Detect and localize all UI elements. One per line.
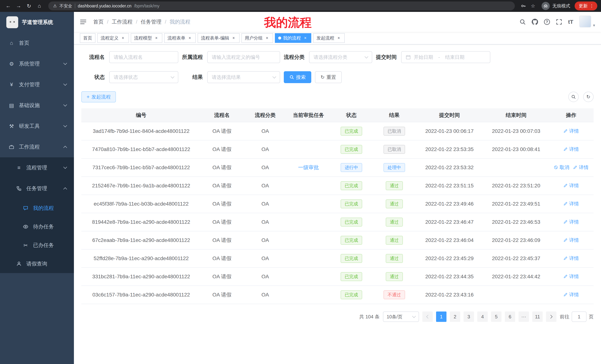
page-button[interactable]: 6 — [505, 312, 515, 322]
tab-process-form[interactable]: 流程表单 — [164, 33, 196, 43]
search-button[interactable]: 搜索 — [284, 71, 311, 83]
process-definition-input[interactable]: 请输入流程定义的编号 — [207, 51, 280, 63]
detail-link[interactable]: 详情 — [563, 273, 579, 280]
process-name-input[interactable]: 请输入流程名 — [109, 51, 178, 63]
sidebar-item-my-process[interactable]: 我的流程 — [0, 199, 74, 217]
next-page-button[interactable] — [546, 312, 556, 322]
result-badge: 通过 — [386, 181, 403, 190]
sidebar-item-leave-query[interactable]: 请假查询 — [0, 255, 74, 273]
sidebar-item-task-mgmt[interactable]: 任务管理 — [0, 178, 74, 199]
search-toggle-button[interactable] — [568, 92, 579, 102]
tab-home[interactable]: 首页 — [80, 33, 95, 43]
detail-link[interactable]: 详情 — [563, 219, 579, 225]
help-icon[interactable]: ? — [544, 19, 550, 25]
close-icon[interactable] — [303, 35, 308, 41]
page-button[interactable]: 3 — [464, 312, 474, 322]
tab-process-definition[interactable]: 流程定义 — [97, 33, 129, 43]
content: 流程名 请输入流程名 所属流程 请输入流程定义的编号 流程分类 — [74, 45, 601, 364]
close-icon[interactable] — [187, 35, 192, 41]
detail-link[interactable]: 详情 — [573, 164, 589, 171]
address-bar[interactable]: ⚠ 不安全 dashboard.yudao.iocoder.cn /bpm/ta… — [48, 1, 515, 10]
page-button[interactable]: 11 — [532, 312, 543, 322]
detail-link[interactable]: 详情 — [563, 146, 579, 153]
close-icon[interactable] — [154, 35, 159, 41]
detail-link[interactable]: 详情 — [563, 128, 579, 134]
result-select[interactable]: 请选择流结果 — [207, 71, 280, 83]
filter-result: 结果 请选择流结果 — [182, 71, 280, 83]
status-badge: 已完成 — [341, 145, 362, 154]
sidebar-item-done-tasks[interactable]: ✂ 已办任务 — [0, 236, 74, 255]
breadcrumb-home[interactable]: 首页 — [93, 18, 112, 25]
sidebar-item-home[interactable]: ⌂ 首页 — [0, 33, 74, 53]
goto-page-input[interactable] — [572, 312, 587, 322]
warning-icon: ⚠ — [53, 3, 57, 8]
detail-link[interactable]: 详情 — [563, 237, 579, 243]
page-size-select[interactable]: 10条/页 — [383, 312, 419, 322]
detail-link[interactable]: 详情 — [563, 182, 579, 189]
hamburger-icon[interactable] — [80, 19, 87, 25]
tab-my-process[interactable]: 我的流程 — [275, 33, 311, 43]
github-icon[interactable] — [532, 19, 538, 25]
cell-id: 819442e8-7b9a-11ec-a290-acde48001122 — [81, 213, 201, 231]
font-size-icon[interactable]: tT — [568, 19, 573, 25]
sidebar-item-system[interactable]: ⚙ 系统管理 — [0, 53, 74, 74]
detail-link[interactable]: 详情 — [563, 201, 579, 207]
close-icon[interactable] — [264, 35, 270, 41]
update-button[interactable]: 更新 ⋮ — [575, 1, 597, 10]
security-label: 不安全 — [60, 3, 72, 9]
sidebar-item-payment[interactable]: ¥ 支付管理 — [0, 74, 74, 95]
bookmark-star-icon[interactable]: ☆ — [529, 3, 537, 9]
filter-submit-time: 提交时间 开始日期 - 结束日期 — [376, 51, 490, 63]
detail-link[interactable]: 详情 — [563, 255, 579, 262]
tab-user-group[interactable]: 用户分组 — [241, 33, 273, 43]
search-icon — [571, 95, 576, 99]
cancel-link[interactable]: 取消 — [554, 164, 569, 171]
search-icon[interactable] — [520, 19, 526, 25]
chevron-down-icon — [63, 61, 67, 65]
tab-start-process[interactable]: 发起流程 — [313, 33, 345, 43]
result-badge: 通过 — [386, 218, 403, 227]
prev-page-button[interactable] — [422, 312, 433, 322]
page-button[interactable]: 4 — [477, 312, 488, 322]
page-button[interactable]: 5 — [491, 312, 501, 322]
key-icon[interactable] — [519, 3, 527, 9]
fullscreen-icon[interactable] — [556, 19, 562, 25]
refresh-button[interactable]: ↻ — [583, 92, 594, 102]
sidebar-item-devtools[interactable]: ⚒ 研发工具 — [0, 116, 74, 136]
current-task-link[interactable]: 一级审批 — [298, 164, 319, 170]
sidebar-item-infra[interactable]: ▤ 基础设施 — [0, 95, 74, 116]
browser-home-icon[interactable]: ⌂ — [35, 1, 44, 10]
sidebar-item-process-mgmt[interactable]: ≡ 流程管理 — [0, 157, 74, 178]
user-menu[interactable]: ▾ — [579, 16, 595, 28]
sidebar-item-todo-tasks[interactable]: 待办任务 — [0, 217, 74, 236]
category-select[interactable]: 请选择流程分类 — [309, 51, 372, 63]
page-button[interactable]: 1 — [436, 312, 446, 322]
status-select[interactable]: 请选择状态 — [109, 71, 178, 83]
start-process-button[interactable]: + 发起流程 — [81, 91, 116, 102]
edit-icon — [563, 292, 568, 297]
detail-link[interactable]: 详情 — [563, 291, 579, 298]
page-button[interactable]: 2 — [450, 312, 460, 322]
chevron-down-icon — [63, 165, 67, 169]
close-icon[interactable] — [231, 35, 236, 41]
close-icon[interactable] — [336, 35, 341, 41]
cancel-icon — [554, 165, 558, 170]
reload-icon[interactable]: ↻ — [25, 1, 33, 10]
tab-process-model[interactable]: 流程模型 — [131, 33, 162, 43]
breadcrumb-task-mgmt[interactable]: 任务管理 — [141, 18, 170, 25]
navbar: 首页 工作流程 任务管理 我的流程 我的流程 ? — [74, 12, 601, 32]
more-pages-button[interactable]: ··· — [519, 312, 529, 322]
chevron-down-icon — [272, 75, 276, 78]
cell-id: 03c6c157-7b9a-11ec-a290-acde48001122 — [81, 286, 201, 304]
breadcrumb-workflow[interactable]: 工作流程 — [112, 18, 141, 25]
scissors-icon: ✂ — [21, 242, 30, 249]
date-range-picker[interactable]: 开始日期 - 结束日期 — [401, 51, 490, 63]
refresh-icon: ↻ — [321, 74, 325, 80]
close-icon[interactable] — [120, 35, 126, 41]
back-icon[interactable]: ← — [4, 1, 13, 10]
sidebar-item-workflow[interactable]: 工作流程 — [0, 136, 74, 157]
app-logo-row[interactable]: 芋道管理系统 — [0, 12, 74, 33]
forward-icon[interactable]: → — [14, 1, 23, 10]
tab-process-form-edit[interactable]: 流程表单-编辑 — [198, 33, 240, 43]
reset-button[interactable]: ↻ 重置 — [315, 71, 342, 83]
